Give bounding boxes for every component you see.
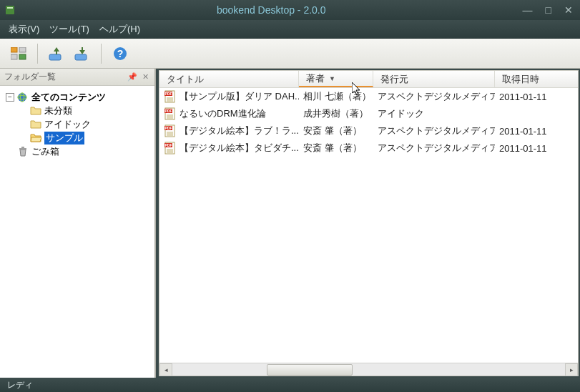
column-title[interactable]: タイトル <box>159 71 299 87</box>
download-button[interactable] <box>71 42 94 65</box>
app-icon <box>4 4 17 16</box>
svg-point-10 <box>18 93 26 102</box>
cell-title: PDF【サンプル版】ダリア DAH... <box>159 90 299 103</box>
cell-title: PDFなるいのDRM進化論 <box>159 107 299 120</box>
statusbar: レディ <box>0 378 580 392</box>
svg-text:PDF: PDF <box>165 109 172 113</box>
menu-view[interactable]: 表示(V) <box>9 23 39 36</box>
folder-open-icon <box>30 133 41 143</box>
trash-icon <box>17 147 29 157</box>
cell-author: 安斎 肇（著） <box>299 124 373 137</box>
folder-icon <box>30 106 41 116</box>
scroll-thumb[interactable] <box>267 364 353 376</box>
folder-sidebar: フォルダ一覧 📌 ✕ − 全てのコンテンツ 未分類 <box>0 69 156 378</box>
folder-icon <box>30 119 41 129</box>
column-author[interactable]: 著者▼ <box>299 71 373 87</box>
globe-icon <box>17 92 29 102</box>
list-body[interactable]: PDF【サンプル版】ダリア DAH...相川 七瀬（著）アスペクトデジタルメディ… <box>159 88 578 363</box>
column-publisher[interactable]: 発行元 <box>373 71 495 87</box>
svg-rect-5 <box>19 54 26 59</box>
cell-publisher: アイドック <box>373 107 495 120</box>
list-header: タイトル 著者▼ 発行元 取得日時 <box>159 71 578 88</box>
cell-publisher: アスペクトデジタルメディア <box>373 90 495 103</box>
tree-item-label: 未分類 <box>44 104 72 117</box>
svg-text:PDF: PDF <box>165 92 172 96</box>
cell-author: 安斎 肇（著） <box>299 142 373 155</box>
svg-text:PDF: PDF <box>165 143 172 147</box>
tree-item[interactable]: アイドック <box>3 117 152 131</box>
svg-rect-2 <box>11 47 17 52</box>
window-title: bookend Desktop - 2.0.0 <box>23 4 520 16</box>
tree-trash[interactable]: ごみ箱 <box>3 144 152 158</box>
main-area: フォルダ一覧 📌 ✕ − 全てのコンテンツ 未分類 <box>0 69 580 378</box>
svg-text:PDF: PDF <box>165 126 172 130</box>
content-list: タイトル 著者▼ 発行元 取得日時 PDF【サンプル版】ダリア DAH...相川… <box>159 70 579 376</box>
pdf-icon: PDF <box>164 107 177 120</box>
toolbar-separator <box>37 44 38 64</box>
window-controls: ― □ ✕ <box>520 4 576 16</box>
svg-rect-7 <box>75 54 87 60</box>
svg-rect-6 <box>49 54 61 60</box>
tree-root-label: 全てのコンテンツ <box>31 91 106 104</box>
help-button[interactable]: ? <box>109 42 132 65</box>
pdf-icon: PDF <box>164 142 177 155</box>
scroll-right-button[interactable]: ▸ <box>565 363 578 376</box>
cell-date: 2011-01-11 <box>495 92 566 102</box>
list-row[interactable]: PDF【サンプル版】ダリア DAH...相川 七瀬（著）アスペクトデジタルメディ… <box>159 88 578 105</box>
sort-desc-icon: ▼ <box>329 75 335 82</box>
cell-date: 2011-01-11 <box>495 126 566 137</box>
cell-publisher: アスペクトデジタルメディア <box>373 142 495 155</box>
list-row[interactable]: PDF【デジタル絵本】ラブ！ラ...安斎 肇（著）アスペクトデジタルメディア20… <box>159 122 578 139</box>
status-text: レディ <box>7 379 33 391</box>
column-date[interactable]: 取得日時 <box>495 71 566 87</box>
tree-item-selected[interactable]: サンプル <box>3 131 152 144</box>
tree-item-label: アイドック <box>44 118 91 131</box>
sidebar-header: フォルダ一覧 📌 ✕ <box>0 69 154 86</box>
svg-rect-3 <box>19 47 26 52</box>
minimize-button[interactable]: ― <box>520 4 536 16</box>
tree-item-label: サンプル <box>44 132 84 144</box>
list-row[interactable]: PDF【デジタル絵本】タビダチ...安斎 肇（著）アスペクトデジタルメディア20… <box>159 139 578 157</box>
view-toggle-button[interactable] <box>7 42 30 65</box>
cell-title: PDF【デジタル絵本】タビダチ... <box>159 142 299 155</box>
svg-rect-14 <box>21 147 24 148</box>
menu-tool[interactable]: ツール(T) <box>49 23 89 36</box>
horizontal-scrollbar[interactable]: ◂ ▸ <box>159 363 578 376</box>
svg-rect-1 <box>7 7 13 9</box>
pin-icon[interactable]: 📌 <box>127 72 137 82</box>
menubar: 表示(V) ツール(T) ヘルプ(H) <box>0 20 580 39</box>
tree-root[interactable]: − 全てのコンテンツ <box>3 90 152 104</box>
tree-trash-label: ごみ箱 <box>31 145 59 158</box>
pdf-icon: PDF <box>164 90 177 103</box>
scroll-left-button[interactable]: ◂ <box>159 363 172 376</box>
cell-author: 成井秀樹（著） <box>299 107 373 120</box>
folder-tree[interactable]: − 全てのコンテンツ 未分類 アイドック <box>0 86 154 378</box>
svg-rect-4 <box>11 54 17 59</box>
close-panel-icon[interactable]: ✕ <box>140 72 150 82</box>
tree-item[interactable]: 未分類 <box>3 104 152 117</box>
cell-date: 2011-01-11 <box>495 143 566 154</box>
pdf-icon: PDF <box>164 124 177 137</box>
svg-rect-13 <box>19 148 26 150</box>
menu-help[interactable]: ヘルプ(H) <box>99 23 140 36</box>
cell-publisher: アスペクトデジタルメディア <box>373 124 495 137</box>
cell-author: 相川 七瀬（著） <box>299 90 373 103</box>
toolbar: ? <box>0 39 580 69</box>
tree-expander-icon[interactable]: − <box>6 93 14 102</box>
maximize-button[interactable]: □ <box>543 4 554 16</box>
cell-title: PDF【デジタル絵本】ラブ！ラ... <box>159 124 299 137</box>
upload-button[interactable] <box>45 42 68 65</box>
svg-text:?: ? <box>117 48 124 59</box>
sidebar-title: フォルダ一覧 <box>4 71 124 83</box>
svg-rect-0 <box>6 6 14 14</box>
titlebar: bookend Desktop - 2.0.0 ― □ ✕ <box>0 0 580 20</box>
close-button[interactable]: ✕ <box>561 4 576 16</box>
list-row[interactable]: PDFなるいのDRM進化論成井秀樹（著）アイドック <box>159 105 578 122</box>
toolbar-separator <box>101 44 102 64</box>
